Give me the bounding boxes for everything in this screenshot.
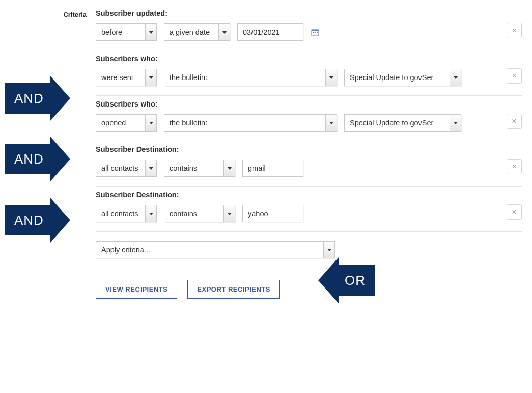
chevron-down-icon xyxy=(145,69,156,86)
select-bulletin[interactable]: Special Update to govSer xyxy=(344,69,461,86)
criteria-label: Subscriber Destination: xyxy=(96,191,522,199)
view-recipients-button[interactable]: VIEW RECIPIENTS xyxy=(96,280,177,299)
chevron-down-icon xyxy=(325,115,337,131)
svg-rect-4 xyxy=(317,32,318,33)
select-contacts[interactable]: all contacts xyxy=(96,205,157,222)
svg-rect-3 xyxy=(315,32,316,33)
select-bulletin[interactable]: Special Update to govSer xyxy=(344,114,461,132)
chevron-down-icon xyxy=(145,24,156,40)
criteria-label: Subscriber Destination: xyxy=(96,145,522,153)
chevron-down-icon xyxy=(145,205,156,222)
calendar-icon[interactable] xyxy=(311,28,320,37)
select-date-type[interactable]: a given date xyxy=(164,23,230,41)
close-icon: × xyxy=(512,207,516,217)
chevron-down-icon xyxy=(323,242,334,258)
close-icon: × xyxy=(512,117,516,126)
criteria-label: Subscribers who: xyxy=(96,55,522,63)
criteria-row-updated: Subscriber updated: before a given date … xyxy=(96,5,522,50)
remove-criteria-button[interactable]: × xyxy=(507,23,522,38)
chevron-down-icon xyxy=(450,115,461,131)
select-action[interactable]: opened xyxy=(96,114,157,132)
remove-criteria-button[interactable]: × xyxy=(507,159,522,174)
criteria-row-opened: Subscribers who: opened the bulletin: Sp… xyxy=(96,96,522,141)
close-icon: × xyxy=(512,71,516,81)
select-match[interactable]: contains xyxy=(164,160,235,177)
chevron-down-icon xyxy=(450,69,461,86)
select-action[interactable]: were sent xyxy=(96,69,157,86)
destination-input[interactable] xyxy=(242,160,303,177)
chevron-down-icon xyxy=(145,115,156,131)
chevron-down-icon xyxy=(223,160,235,176)
remove-criteria-button[interactable]: × xyxy=(507,114,522,129)
criteria-label: Subscribers who: xyxy=(96,100,522,108)
select-operator[interactable]: before xyxy=(96,23,157,41)
svg-rect-2 xyxy=(313,32,314,33)
date-input[interactable] xyxy=(237,23,303,41)
apply-criteria-select[interactable]: Apply criteria... xyxy=(96,241,335,258)
criteria-row-destination-yahoo: Subscriber Destination: all contacts con… xyxy=(96,187,522,232)
chevron-down-icon xyxy=(223,205,235,222)
chevron-down-icon xyxy=(325,69,337,86)
close-icon: × xyxy=(512,162,516,171)
remove-criteria-button[interactable]: × xyxy=(507,68,522,84)
svg-rect-1 xyxy=(312,30,319,31)
chevron-down-icon xyxy=(218,24,230,40)
select-contacts[interactable]: all contacts xyxy=(96,160,157,177)
remove-criteria-button[interactable]: × xyxy=(507,204,522,220)
select-object-type[interactable]: the bulletin: xyxy=(164,114,337,132)
destination-input[interactable] xyxy=(242,205,303,222)
criteria-row-destination-gmail: Subscriber Destination: all contacts con… xyxy=(96,141,522,187)
close-icon: × xyxy=(512,26,516,35)
select-object-type[interactable]: the bulletin: xyxy=(164,69,337,86)
criteria-label: Subscriber updated: xyxy=(96,9,522,17)
criteria-row-sent: Subscribers who: were sent the bulletin:… xyxy=(96,50,522,96)
section-label: Criteria xyxy=(63,11,87,18)
select-match[interactable]: contains xyxy=(164,205,235,222)
chevron-down-icon xyxy=(145,160,156,176)
export-recipients-button[interactable]: EXPORT RECIPIENTS xyxy=(187,280,280,299)
